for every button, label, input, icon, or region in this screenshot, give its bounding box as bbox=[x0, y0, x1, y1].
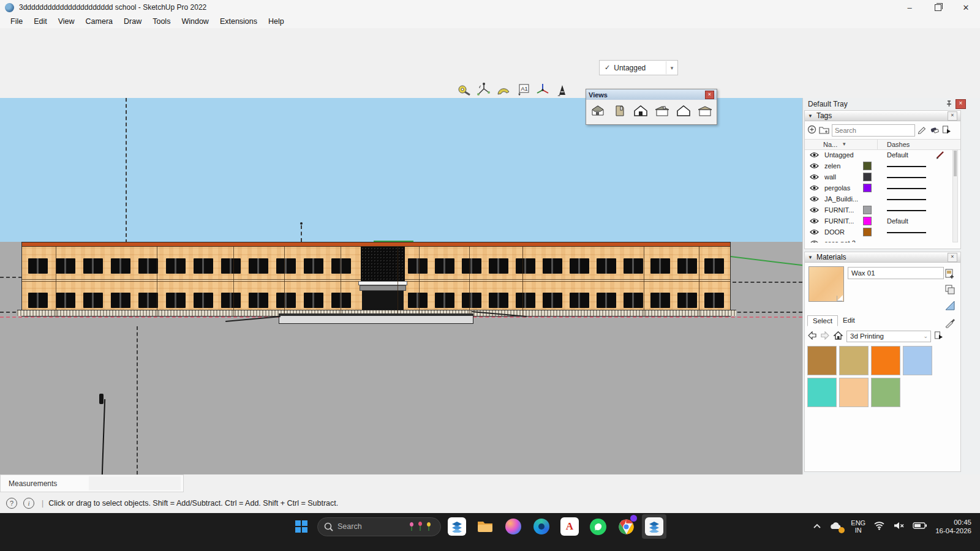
tag-color-swatch[interactable] bbox=[863, 206, 872, 214]
taskbar-app-sketchup-2022[interactable] bbox=[445, 514, 469, 539]
taskbar-app-sketchup-pro-active[interactable] bbox=[642, 514, 666, 539]
menu-camera[interactable]: Camera bbox=[80, 16, 118, 27]
view-front-icon[interactable] bbox=[633, 103, 649, 119]
tags-details-icon[interactable] bbox=[942, 125, 951, 136]
taskbar-app-edge[interactable] bbox=[529, 514, 554, 539]
tag-dashes[interactable] bbox=[887, 184, 935, 192]
tag-dashes[interactable]: Default bbox=[887, 151, 935, 159]
text-icon[interactable]: A1 bbox=[513, 80, 533, 100]
collection-dropdown[interactable]: 3d Printing ⌄ bbox=[846, 331, 931, 342]
menu-tools[interactable]: Tools bbox=[147, 16, 176, 27]
menu-extensions[interactable]: Extensions bbox=[214, 16, 263, 27]
views-close-button[interactable]: × bbox=[705, 91, 714, 99]
tab-select[interactable]: Select bbox=[807, 315, 838, 326]
materials-details-icon[interactable] bbox=[934, 331, 943, 342]
menu-view[interactable]: View bbox=[53, 16, 80, 27]
purge-tags-icon[interactable] bbox=[930, 125, 940, 136]
tag-dashes[interactable] bbox=[887, 228, 935, 236]
hidden-icons-chevron[interactable] bbox=[813, 522, 821, 531]
tag-dashes[interactable]: Default bbox=[887, 217, 935, 225]
visibility-eye-icon[interactable] bbox=[810, 207, 819, 214]
tags-panel-close-button[interactable]: × bbox=[948, 111, 957, 121]
scrollbar-thumb[interactable] bbox=[954, 151, 957, 176]
forward-arrow-icon[interactable] bbox=[820, 331, 830, 342]
tray-close-button[interactable]: × bbox=[956, 99, 966, 109]
taskbar-search[interactable]: Search bbox=[317, 517, 441, 536]
menu-help[interactable]: Help bbox=[263, 16, 290, 27]
tape-measure-icon[interactable] bbox=[454, 80, 474, 100]
volume-muted-icon[interactable] bbox=[893, 521, 905, 532]
sample-paint-icon[interactable] bbox=[944, 317, 956, 330]
create-material-icon[interactable] bbox=[944, 268, 956, 281]
info-icon[interactable]: i bbox=[23, 498, 34, 509]
material-swatch-turquoise[interactable] bbox=[807, 378, 837, 407]
taskbar-app-copilot[interactable] bbox=[501, 514, 526, 539]
taskbar-app-file-explorer[interactable] bbox=[473, 514, 497, 539]
tag-dashes[interactable] bbox=[887, 206, 935, 214]
view-back-icon[interactable] bbox=[675, 103, 692, 119]
taskbar-app-whatsapp[interactable] bbox=[586, 514, 610, 539]
minimize-button[interactable]: – bbox=[895, 0, 924, 15]
visibility-eye-icon[interactable] bbox=[810, 229, 819, 236]
tag-row[interactable]: JA_Buildi... bbox=[805, 193, 952, 204]
name-column-header[interactable]: Na... bbox=[823, 141, 837, 148]
tag-row[interactable]: UntaggedDefault bbox=[805, 149, 952, 160]
tag-row[interactable]: DOOR bbox=[805, 227, 952, 238]
material-swatch-green[interactable] bbox=[871, 378, 900, 407]
material-swatch-tan[interactable] bbox=[839, 346, 869, 375]
view-iso-icon[interactable] bbox=[590, 103, 606, 119]
material-swatch-sky-blue[interactable] bbox=[903, 346, 932, 375]
language-indicator[interactable]: ENG IN bbox=[851, 519, 865, 534]
materials-panel-header[interactable]: ▼ Materials × bbox=[805, 252, 960, 263]
add-tag-icon[interactable] bbox=[807, 125, 816, 136]
menu-draw[interactable]: Draw bbox=[118, 16, 147, 27]
tag-color-swatch[interactable] bbox=[863, 173, 872, 181]
tags-column-header[interactable]: Na... ▾ Dashes bbox=[805, 139, 960, 150]
tag-row[interactable]: ceco net 2 bbox=[805, 238, 952, 242]
dimension-icon[interactable] bbox=[474, 80, 494, 100]
view-left-icon[interactable] bbox=[696, 103, 713, 119]
visibility-eye-icon[interactable] bbox=[810, 163, 819, 170]
visibility-eye-icon[interactable] bbox=[810, 218, 819, 225]
view-top-icon[interactable] bbox=[611, 103, 628, 119]
visibility-eye-icon[interactable] bbox=[810, 185, 819, 192]
back-arrow-icon[interactable] bbox=[807, 331, 817, 342]
tab-edit[interactable]: Edit bbox=[838, 315, 860, 326]
tag-dashes[interactable] bbox=[887, 195, 935, 203]
menu-window[interactable]: Window bbox=[176, 16, 214, 27]
tag-row[interactable]: wall bbox=[805, 171, 952, 182]
visibility-eye-icon[interactable] bbox=[810, 196, 819, 203]
tag-color-swatch[interactable] bbox=[863, 162, 872, 170]
tag-row[interactable]: pergolas bbox=[805, 182, 952, 193]
add-tag-folder-icon[interactable] bbox=[819, 126, 829, 136]
tag-color-swatch[interactable] bbox=[863, 217, 872, 225]
protractor-icon[interactable] bbox=[494, 80, 513, 100]
viewport[interactable] bbox=[0, 98, 802, 474]
visibility-eye-icon[interactable] bbox=[810, 174, 819, 181]
3d-text-icon[interactable] bbox=[552, 80, 572, 100]
tag-dashes[interactable] bbox=[887, 162, 935, 170]
visibility-eye-icon[interactable] bbox=[810, 240, 819, 242]
tag-dashes[interactable] bbox=[887, 173, 935, 181]
tag-search-input[interactable] bbox=[832, 124, 915, 137]
tag-dashes[interactable] bbox=[887, 239, 935, 242]
wifi-icon[interactable] bbox=[873, 521, 885, 532]
tag-color-swatch[interactable] bbox=[863, 228, 872, 236]
rename-tag-icon[interactable] bbox=[918, 125, 927, 136]
material-name-field[interactable]: Wax 01 bbox=[848, 267, 944, 279]
material-swatch-orange[interactable] bbox=[871, 346, 900, 375]
battery-icon[interactable] bbox=[913, 522, 927, 531]
material-swatch-brown[interactable] bbox=[807, 346, 837, 375]
active-tag-selector[interactable]: ✓ Untagged ▾ bbox=[599, 60, 678, 75]
views-palette-titlebar[interactable]: Views × bbox=[586, 89, 717, 100]
measurements-value-field[interactable] bbox=[89, 476, 181, 490]
dashes-column-header[interactable]: Dashes bbox=[887, 141, 910, 148]
menu-file[interactable]: File bbox=[5, 16, 28, 27]
close-button[interactable]: ✕ bbox=[952, 0, 980, 15]
taskbar-app-chrome[interactable] bbox=[614, 514, 638, 539]
collapse-arrow-icon[interactable]: ▼ bbox=[808, 255, 813, 260]
tag-row[interactable]: zelen bbox=[805, 160, 952, 171]
axes-icon[interactable] bbox=[533, 80, 552, 100]
tag-row[interactable]: FURNIT...Default bbox=[805, 216, 952, 227]
back-to-collection-icon[interactable] bbox=[944, 300, 956, 313]
